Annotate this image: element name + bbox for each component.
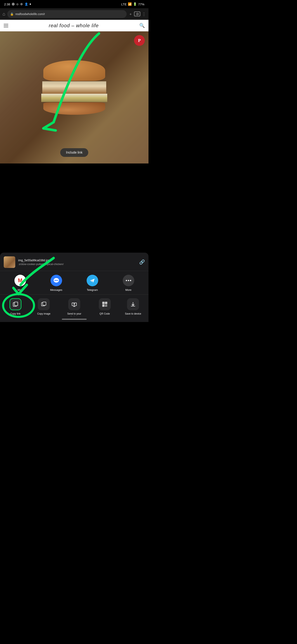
- settings-icon: ⚙: [20, 2, 23, 6]
- share-app-mail[interactable]: M Mail: [13, 275, 27, 292]
- svg-rect-20: [106, 305, 107, 305]
- overflow-menu-icon[interactable]: ⋮: [142, 12, 146, 16]
- slaw-layer: [41, 94, 107, 102]
- svg-point-4: [57, 280, 58, 281]
- search-icon[interactable]: 🔍: [139, 23, 145, 28]
- copy-link-action[interactable]: Copy link: [6, 298, 25, 316]
- more-label: More: [125, 288, 132, 292]
- svg-point-2: [54, 280, 55, 281]
- signal-icon: 📶: [128, 2, 132, 6]
- status-bar: 2:38 ⊙ ⚙ 👤 LTE 📶 🔋 77%: [0, 0, 148, 8]
- svg-rect-19: [105, 305, 106, 305]
- svg-rect-22: [106, 306, 107, 306]
- share-app-more[interactable]: More: [121, 275, 136, 292]
- qr-icon-circle: [99, 298, 111, 310]
- home-bar: [62, 319, 87, 320]
- status-right: LTE 📶 🔋 77%: [121, 2, 144, 6]
- url-text: realfoodwholelife.com/r: [15, 12, 45, 16]
- burger-filling: [42, 81, 106, 94]
- messages-icon: [50, 275, 62, 286]
- messages-label: Messages: [50, 288, 62, 292]
- gmail-icon: M: [14, 275, 26, 286]
- dot-indicator: [30, 4, 31, 5]
- food-image: P Include link: [0, 31, 148, 164]
- send-device-icon-circle: [68, 298, 80, 310]
- image-filename: img_5e55a99ca038d.jpg: [18, 259, 136, 262]
- image-info-row: img_5e55a99ca038d.jpg .s/slow-cooker-pul…: [0, 253, 148, 271]
- home-indicator: [0, 316, 148, 322]
- circle-indicator: [12, 3, 15, 6]
- save-to-device-action[interactable]: Save to device: [124, 298, 142, 316]
- hamburger-menu[interactable]: [4, 24, 8, 27]
- image-url: .s/slow-cooker-pulled-tropical-chicken/: [18, 262, 136, 266]
- copy-link-icon-circle: [9, 298, 21, 310]
- share-app-telegram[interactable]: Telegram: [85, 275, 100, 292]
- bun-bottom: [43, 102, 105, 115]
- include-link-badge[interactable]: Include link: [60, 148, 88, 157]
- time: 2:38: [4, 2, 10, 6]
- battery-icon: 🔋: [133, 2, 137, 6]
- more-icon: [123, 275, 134, 286]
- qr-code-label: QR Code: [100, 312, 110, 316]
- download-icon-circle: [127, 298, 139, 310]
- qr-code-action[interactable]: QR Code: [95, 298, 114, 316]
- svg-rect-21: [105, 306, 106, 306]
- svg-rect-18: [103, 305, 104, 306]
- copy-image-icon-circle: [38, 298, 50, 310]
- site-title: real food – whole life: [49, 23, 99, 28]
- user-icon: 👤: [24, 2, 28, 6]
- link-copy-icon[interactable]: 🔗: [139, 260, 145, 265]
- tab-switcher-icon[interactable]: :D: [134, 12, 140, 16]
- svg-rect-6: [14, 302, 18, 306]
- battery-percent: 77%: [138, 2, 144, 6]
- lock-icon: 🔒: [10, 12, 13, 16]
- bottom-sheet: img_5e55a99ca038d.jpg .s/slow-cooker-pul…: [0, 253, 148, 322]
- svg-rect-16: [106, 302, 107, 304]
- svg-point-3: [56, 280, 57, 281]
- status-left: 2:38 ⊙ ⚙ 👤: [4, 2, 31, 6]
- share-app-messages[interactable]: Messages: [49, 275, 63, 292]
- svg-rect-14: [103, 302, 104, 304]
- lte-label: LTE: [121, 2, 127, 6]
- pinterest-button[interactable]: P: [134, 35, 145, 46]
- share-apps-row: M Mail Messages: [0, 271, 148, 294]
- new-tab-icon[interactable]: ＋: [129, 12, 132, 16]
- record-icon: ⊙: [16, 3, 18, 6]
- image-thumbnail: [4, 256, 15, 268]
- address-bar: ⌂ 🔒 realfoodwholelife.com/r ＋ :D ⋮: [0, 8, 148, 20]
- save-device-label: Save to device: [125, 312, 141, 316]
- send-to-devices-action[interactable]: Send to your devices: [63, 298, 86, 319]
- telegram-label: Telegram: [87, 288, 98, 292]
- copy-link-label: Copy link: [10, 312, 20, 316]
- copy-image-label: Copy image: [37, 312, 50, 316]
- burger-illustration: [31, 44, 118, 147]
- url-bar[interactable]: 🔒 realfoodwholelife.com/r: [7, 10, 127, 18]
- telegram-icon: [87, 275, 98, 286]
- mail-label: Mail: [18, 288, 23, 292]
- website-header: real food – whole life 🔍: [0, 20, 148, 31]
- svg-rect-8: [43, 302, 46, 305]
- image-info-text: img_5e55a99ca038d.jpg .s/slow-cooker-pul…: [18, 259, 136, 266]
- home-icon[interactable]: ⌂: [2, 11, 5, 17]
- bun-top: [43, 60, 105, 81]
- browser-actions: ＋ :D ⋮: [129, 12, 146, 16]
- copy-image-action[interactable]: Copy image: [34, 298, 53, 316]
